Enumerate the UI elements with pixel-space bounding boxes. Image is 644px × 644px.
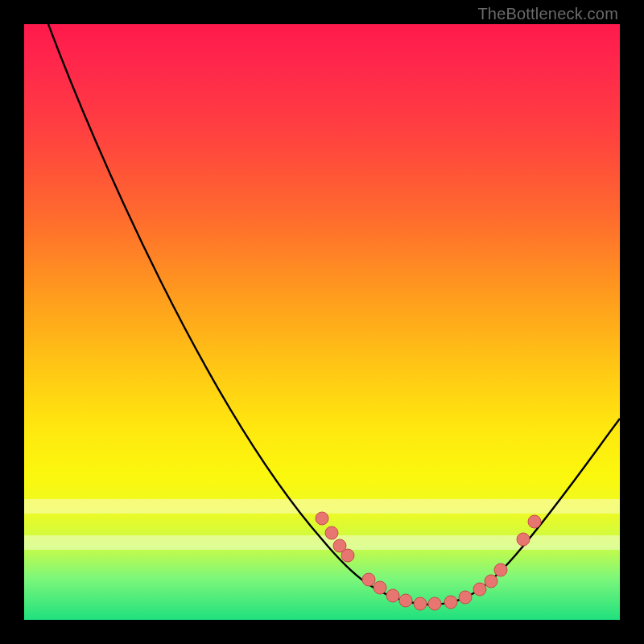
data-dots: [316, 512, 541, 610]
chart-area: [24, 24, 620, 620]
data-dot: [459, 591, 472, 604]
data-dot: [414, 597, 427, 610]
data-dot: [528, 515, 541, 528]
attribution-text: TheBottleneck.com: [477, 5, 618, 23]
bottleneck-plot: [24, 24, 620, 620]
data-dot: [494, 564, 507, 576]
data-dot: [325, 526, 338, 539]
data-dot: [444, 596, 457, 609]
data-dot: [428, 597, 441, 610]
data-dot: [399, 594, 412, 607]
data-dot: [316, 512, 328, 525]
data-dot: [386, 589, 399, 602]
data-dot: [341, 549, 354, 562]
data-dot: [374, 581, 386, 594]
data-dot: [362, 573, 375, 586]
data-dot: [485, 575, 497, 588]
data-dot: [517, 533, 530, 546]
data-dot: [473, 583, 486, 596]
